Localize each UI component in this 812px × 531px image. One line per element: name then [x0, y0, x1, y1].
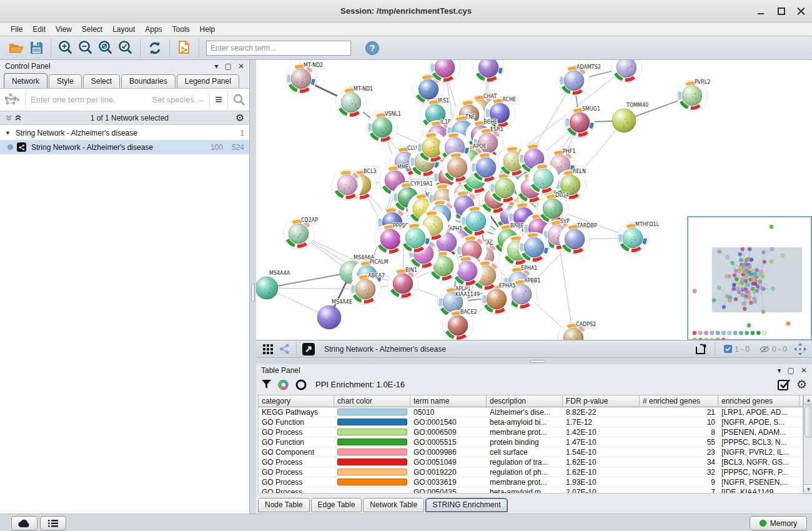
- zoom-selected-button[interactable]: [116, 39, 136, 57]
- menu-tools[interactable]: Tools: [168, 24, 194, 35]
- network-node[interactable]: [611, 60, 642, 83]
- column-header-FDR-p-value[interactable]: FDR p-value: [563, 395, 640, 407]
- panel-menu-icon[interactable]: ▾: [215, 62, 219, 71]
- menu-file[interactable]: File: [6, 24, 27, 35]
- tab-edge-table[interactable]: Edge Table: [311, 498, 362, 512]
- divider-grip[interactable]: [530, 360, 546, 363]
- network-canvas[interactable]: MT-ND2MT-ND1VSNL1GAB2ADAMTS2PVRL2TOMM40S…: [256, 60, 812, 340]
- close-panel-icon[interactable]: ✕: [238, 62, 244, 71]
- zoom-in-button[interactable]: [56, 39, 76, 57]
- network-options-gear-icon[interactable]: ⚙: [235, 112, 244, 124]
- table-row[interactable]: GO FunctionGO:0005515protein binding1.47…: [259, 437, 803, 447]
- tab-style[interactable]: Style: [49, 74, 82, 88]
- network-node[interactable]: ADAMTS2: [559, 64, 601, 96]
- birds-eye-view[interactable]: [687, 216, 812, 340]
- network-node[interactable]: [332, 170, 363, 201]
- table-divider[interactable]: [256, 358, 812, 364]
- menu-select[interactable]: Select: [77, 24, 107, 35]
- table-row[interactable]: GO FunctionGO:0001540beta-amyloid bi...1…: [259, 417, 803, 427]
- zoom-out-button[interactable]: [76, 39, 96, 57]
- import-network-button[interactable]: [174, 39, 194, 57]
- select-columns-icon[interactable]: [778, 379, 790, 391]
- table-settings-gear-icon[interactable]: ⚙: [796, 377, 807, 392]
- table-row[interactable]: GO ProcessGO:0019220regulation of ph...1…: [259, 467, 803, 477]
- column-header--enriched-genes[interactable]: # enriched genes: [640, 395, 718, 407]
- refresh-button[interactable]: [145, 39, 165, 57]
- tab-network[interactable]: Network: [4, 73, 47, 88]
- table-row[interactable]: GO ProcessGO:0050435beta-amyloid m...2.0…: [259, 487, 803, 494]
- network-node[interactable]: MS4A4E: [317, 299, 352, 329]
- open-in-browser-button[interactable]: [300, 340, 317, 359]
- grid-mode-button[interactable]: [260, 340, 276, 359]
- network-node[interactable]: [473, 60, 504, 83]
- float-panel-icon[interactable]: ▢: [788, 366, 795, 375]
- table-row[interactable]: GO ProcessGO:0051049regulation of tra...…: [259, 457, 803, 467]
- string-search-icon[interactable]: [233, 94, 245, 106]
- maximize-button[interactable]: [777, 7, 786, 16]
- network-node[interactable]: MT-ND2: [286, 62, 324, 94]
- network-node[interactable]: MT-ND1: [336, 86, 374, 118]
- panel-menu-icon[interactable]: ▾: [778, 366, 781, 375]
- filter-icon[interactable]: [261, 379, 272, 390]
- column-header-category[interactable]: category: [259, 395, 334, 407]
- network-node[interactable]: [519, 232, 550, 263]
- close-button[interactable]: [797, 7, 806, 16]
- network-node[interactable]: BIN1: [388, 267, 418, 299]
- memory-button[interactable]: Memory: [750, 516, 807, 530]
- network-node[interactable]: [400, 223, 431, 254]
- column-header-term-name[interactable]: term name: [410, 395, 487, 407]
- chart-donut-icon[interactable]: [278, 379, 289, 390]
- column-header-chart-color[interactable]: chart color: [334, 395, 410, 407]
- network-node[interactable]: MTHFD1L: [618, 222, 660, 254]
- tab-network-table[interactable]: Network Table: [363, 498, 424, 512]
- network-node[interactable]: [471, 152, 502, 183]
- string-query-input[interactable]: Enter one term per line.: [31, 95, 152, 104]
- menu-help[interactable]: Help: [196, 24, 220, 35]
- table-row[interactable]: GO ProcessGO:0033619membrane prot...1.93…: [259, 477, 803, 487]
- menu-edit[interactable]: Edit: [28, 24, 50, 35]
- string-share-button[interactable]: [276, 340, 292, 359]
- tab-boundaries[interactable]: Boundaries: [121, 74, 176, 88]
- network-node[interactable]: SMUG1: [565, 106, 601, 138]
- scroll-thumb[interactable]: [805, 405, 812, 438]
- menu-apps[interactable]: Apps: [141, 24, 166, 35]
- export-network-button[interactable]: [692, 340, 711, 359]
- network-node[interactable]: VSNL1: [367, 111, 402, 143]
- float-panel-icon[interactable]: ▢: [225, 62, 232, 71]
- table-scrollbar[interactable]: ▲ ▼: [803, 395, 812, 494]
- divider-grip[interactable]: [251, 284, 255, 302]
- panel-divider[interactable]: [250, 60, 256, 514]
- close-panel-icon[interactable]: ✕: [801, 366, 807, 375]
- tab-node-table[interactable]: Node Table: [258, 498, 310, 512]
- tab-legend-panel[interactable]: Legend Panel: [177, 74, 239, 88]
- network-collection-row[interactable]: ▼ String Network - Alzheimer's disease 1: [0, 126, 249, 140]
- tab-select[interactable]: Select: [83, 74, 120, 88]
- table-row[interactable]: KEGG Pathways05010Alzheimer's dise...8.8…: [259, 407, 803, 417]
- task-history-button[interactable]: [40, 516, 66, 530]
- string-logo-icon[interactable]: STRING: [4, 92, 20, 107]
- network-node[interactable]: [442, 152, 473, 183]
- table-row[interactable]: GO ComponentGO:0009986cell surface1.54E-…: [259, 447, 803, 457]
- species-hint[interactable]: Set species →: [152, 95, 205, 104]
- birdseye-toggle-button[interactable]: [792, 340, 808, 359]
- save-session-button[interactable]: [26, 39, 46, 57]
- help-button[interactable]: ?: [362, 39, 382, 57]
- column-header-enriched-genes[interactable]: enriched genes: [718, 395, 800, 407]
- cloud-tasks-button[interactable]: [11, 516, 37, 530]
- table-row[interactable]: GO ProcessGO:0006509membrane prot...1.42…: [259, 427, 803, 437]
- open-session-button[interactable]: [6, 39, 26, 57]
- menu-view[interactable]: View: [51, 24, 76, 35]
- network-node[interactable]: CADPS2: [558, 322, 597, 340]
- string-options-icon[interactable]: ≡: [215, 92, 222, 107]
- scroll-down-arrow[interactable]: ▼: [804, 484, 812, 494]
- network-node[interactable]: [528, 164, 559, 194]
- zoom-fit-button[interactable]: [96, 39, 116, 57]
- menu-layout[interactable]: Layout: [108, 24, 139, 35]
- collapse-arrow-icon[interactable]: ▼: [5, 130, 11, 136]
- network-node[interactable]: PVRL2: [677, 79, 711, 111]
- search-input[interactable]: Enter search term...: [206, 41, 351, 56]
- column-header-description[interactable]: description: [487, 395, 563, 407]
- network-node[interactable]: TOMM40: [612, 102, 648, 132]
- ring-chart-icon[interactable]: [295, 379, 307, 390]
- network-node[interactable]: ABCA7: [350, 273, 385, 305]
